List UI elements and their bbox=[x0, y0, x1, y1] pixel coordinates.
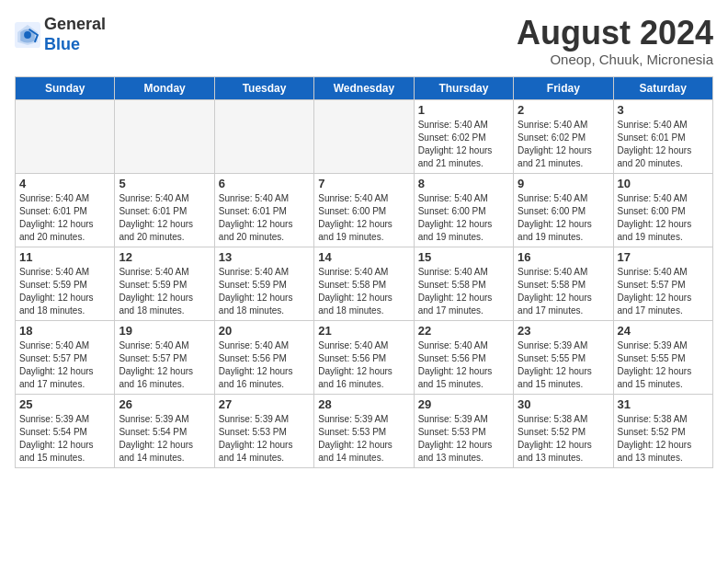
day-info: Sunrise: 5:38 AMSunset: 5:52 PMDaylight:… bbox=[618, 413, 709, 465]
day-number: 23 bbox=[518, 324, 609, 338]
weekday-header-tuesday: Tuesday bbox=[214, 76, 313, 99]
calendar-cell: 22Sunrise: 5:40 AMSunset: 5:56 PMDayligh… bbox=[414, 320, 513, 394]
day-number: 10 bbox=[618, 177, 709, 190]
day-info: Sunrise: 5:40 AMSunset: 6:00 PMDaylight:… bbox=[418, 192, 509, 244]
calendar-cell: 16Sunrise: 5:40 AMSunset: 5:58 PMDayligh… bbox=[514, 247, 613, 320]
day-number: 22 bbox=[418, 324, 509, 338]
day-number: 13 bbox=[219, 250, 310, 264]
calendar-cell: 27Sunrise: 5:39 AMSunset: 5:53 PMDayligh… bbox=[214, 394, 313, 467]
calendar-cell: 14Sunrise: 5:40 AMSunset: 5:58 PMDayligh… bbox=[314, 247, 414, 320]
week-row-3: 11Sunrise: 5:40 AMSunset: 5:59 PMDayligh… bbox=[16, 247, 713, 320]
calendar-cell: 11Sunrise: 5:40 AMSunset: 5:59 PMDayligh… bbox=[16, 247, 115, 320]
day-number: 24 bbox=[618, 324, 709, 338]
day-number: 4 bbox=[19, 177, 110, 190]
day-info: Sunrise: 5:40 AMSunset: 6:01 PMDaylight:… bbox=[618, 119, 709, 170]
calendar-subtitle: Oneop, Chuuk, Micronesia bbox=[517, 52, 713, 67]
day-number: 16 bbox=[518, 250, 609, 264]
title-area: August 2024 Oneop, Chuuk, Micronesia bbox=[517, 15, 713, 67]
calendar-cell: 6Sunrise: 5:40 AMSunset: 6:01 PMDaylight… bbox=[214, 173, 313, 247]
day-info: Sunrise: 5:39 AMSunset: 5:53 PMDaylight:… bbox=[219, 413, 310, 465]
calendar-cell: 10Sunrise: 5:40 AMSunset: 6:00 PMDayligh… bbox=[613, 173, 712, 247]
calendar-cell: 5Sunrise: 5:40 AMSunset: 6:01 PMDaylight… bbox=[115, 173, 214, 247]
day-info: Sunrise: 5:40 AMSunset: 5:59 PMDaylight:… bbox=[219, 266, 310, 317]
day-info: Sunrise: 5:40 AMSunset: 6:01 PMDaylight:… bbox=[219, 192, 310, 244]
calendar-cell bbox=[214, 99, 313, 173]
day-info: Sunrise: 5:40 AMSunset: 5:56 PMDaylight:… bbox=[318, 339, 409, 391]
calendar-cell: 12Sunrise: 5:40 AMSunset: 5:59 PMDayligh… bbox=[115, 247, 214, 320]
calendar-cell: 4Sunrise: 5:40 AMSunset: 6:01 PMDaylight… bbox=[16, 173, 115, 247]
day-number: 3 bbox=[618, 103, 709, 117]
day-number: 6 bbox=[219, 177, 310, 190]
day-info: Sunrise: 5:40 AMSunset: 6:02 PMDaylight:… bbox=[418, 119, 509, 170]
week-row-4: 18Sunrise: 5:40 AMSunset: 5:57 PMDayligh… bbox=[16, 320, 713, 394]
day-info: Sunrise: 5:40 AMSunset: 5:59 PMDaylight:… bbox=[119, 266, 210, 317]
logo: General Blue bbox=[15, 15, 106, 54]
day-info: Sunrise: 5:40 AMSunset: 6:02 PMDaylight:… bbox=[518, 119, 609, 170]
day-number: 28 bbox=[318, 397, 409, 411]
logo-general: General bbox=[44, 15, 106, 33]
calendar-cell: 15Sunrise: 5:40 AMSunset: 5:58 PMDayligh… bbox=[414, 247, 513, 320]
day-number: 7 bbox=[318, 177, 409, 190]
day-info: Sunrise: 5:39 AMSunset: 5:54 PMDaylight:… bbox=[19, 413, 110, 465]
day-info: Sunrise: 5:39 AMSunset: 5:53 PMDaylight:… bbox=[318, 413, 409, 465]
calendar-cell: 13Sunrise: 5:40 AMSunset: 5:59 PMDayligh… bbox=[214, 247, 313, 320]
weekday-header-row: SundayMondayTuesdayWednesdayThursdayFrid… bbox=[16, 76, 713, 99]
calendar-cell: 28Sunrise: 5:39 AMSunset: 5:53 PMDayligh… bbox=[314, 394, 414, 467]
calendar-cell bbox=[314, 99, 414, 173]
day-info: Sunrise: 5:39 AMSunset: 5:55 PMDaylight:… bbox=[618, 339, 709, 391]
calendar-cell: 26Sunrise: 5:39 AMSunset: 5:54 PMDayligh… bbox=[115, 394, 214, 467]
day-number: 31 bbox=[618, 397, 709, 411]
calendar-cell: 19Sunrise: 5:40 AMSunset: 5:57 PMDayligh… bbox=[115, 320, 214, 394]
week-row-2: 4Sunrise: 5:40 AMSunset: 6:01 PMDaylight… bbox=[16, 173, 713, 247]
day-number: 18 bbox=[19, 324, 110, 338]
day-number: 2 bbox=[518, 103, 609, 117]
day-number: 27 bbox=[219, 397, 310, 411]
day-info: Sunrise: 5:40 AMSunset: 6:00 PMDaylight:… bbox=[318, 192, 409, 244]
calendar-cell: 21Sunrise: 5:40 AMSunset: 5:56 PMDayligh… bbox=[314, 320, 414, 394]
calendar-table: SundayMondayTuesdayWednesdayThursdayFrid… bbox=[15, 76, 713, 468]
day-number: 1 bbox=[418, 103, 509, 117]
calendar-cell: 18Sunrise: 5:40 AMSunset: 5:57 PMDayligh… bbox=[16, 320, 115, 394]
day-number: 5 bbox=[119, 177, 210, 190]
day-number: 26 bbox=[119, 397, 210, 411]
logo-blue: Blue bbox=[44, 35, 80, 53]
day-info: Sunrise: 5:40 AMSunset: 5:58 PMDaylight:… bbox=[318, 266, 409, 317]
day-number: 8 bbox=[418, 177, 509, 190]
day-number: 17 bbox=[618, 250, 709, 264]
calendar-cell: 3Sunrise: 5:40 AMSunset: 6:01 PMDaylight… bbox=[613, 99, 712, 173]
calendar-cell: 23Sunrise: 5:39 AMSunset: 5:55 PMDayligh… bbox=[514, 320, 613, 394]
day-info: Sunrise: 5:40 AMSunset: 5:58 PMDaylight:… bbox=[418, 266, 509, 317]
calendar-cell: 31Sunrise: 5:38 AMSunset: 5:52 PMDayligh… bbox=[613, 394, 712, 467]
calendar-cell: 20Sunrise: 5:40 AMSunset: 5:56 PMDayligh… bbox=[214, 320, 313, 394]
day-info: Sunrise: 5:39 AMSunset: 5:53 PMDaylight:… bbox=[418, 413, 509, 465]
weekday-header-sunday: Sunday bbox=[16, 76, 115, 99]
day-info: Sunrise: 5:40 AMSunset: 6:01 PMDaylight:… bbox=[119, 192, 210, 244]
calendar-title: August 2024 bbox=[517, 15, 713, 52]
calendar-cell: 30Sunrise: 5:38 AMSunset: 5:52 PMDayligh… bbox=[514, 394, 613, 467]
day-info: Sunrise: 5:40 AMSunset: 6:00 PMDaylight:… bbox=[618, 192, 709, 244]
day-info: Sunrise: 5:40 AMSunset: 5:56 PMDaylight:… bbox=[418, 339, 509, 391]
calendar-cell: 24Sunrise: 5:39 AMSunset: 5:55 PMDayligh… bbox=[613, 320, 712, 394]
day-info: Sunrise: 5:40 AMSunset: 5:56 PMDaylight:… bbox=[219, 339, 310, 391]
day-number: 29 bbox=[418, 397, 509, 411]
day-info: Sunrise: 5:38 AMSunset: 5:52 PMDaylight:… bbox=[518, 413, 609, 465]
weekday-header-saturday: Saturday bbox=[613, 76, 712, 99]
week-row-1: 1Sunrise: 5:40 AMSunset: 6:02 PMDaylight… bbox=[16, 99, 713, 173]
calendar-cell: 8Sunrise: 5:40 AMSunset: 6:00 PMDaylight… bbox=[414, 173, 513, 247]
day-number: 20 bbox=[219, 324, 310, 338]
weekday-header-friday: Friday bbox=[514, 76, 613, 99]
weekday-header-monday: Monday bbox=[115, 76, 214, 99]
day-info: Sunrise: 5:39 AMSunset: 5:54 PMDaylight:… bbox=[119, 413, 210, 465]
calendar-cell bbox=[115, 99, 214, 173]
header: General Blue August 2024 Oneop, Chuuk, M… bbox=[15, 15, 713, 67]
day-number: 14 bbox=[318, 250, 409, 264]
calendar-cell: 29Sunrise: 5:39 AMSunset: 5:53 PMDayligh… bbox=[414, 394, 513, 467]
day-info: Sunrise: 5:40 AMSunset: 5:57 PMDaylight:… bbox=[119, 339, 210, 391]
day-number: 21 bbox=[318, 324, 409, 338]
week-row-5: 25Sunrise: 5:39 AMSunset: 5:54 PMDayligh… bbox=[16, 394, 713, 467]
logo-text: General Blue bbox=[44, 15, 106, 54]
day-number: 11 bbox=[19, 250, 110, 264]
day-info: Sunrise: 5:40 AMSunset: 5:59 PMDaylight:… bbox=[19, 266, 110, 317]
calendar-cell: 1Sunrise: 5:40 AMSunset: 6:02 PMDaylight… bbox=[414, 99, 513, 173]
calendar-cell: 25Sunrise: 5:39 AMSunset: 5:54 PMDayligh… bbox=[16, 394, 115, 467]
